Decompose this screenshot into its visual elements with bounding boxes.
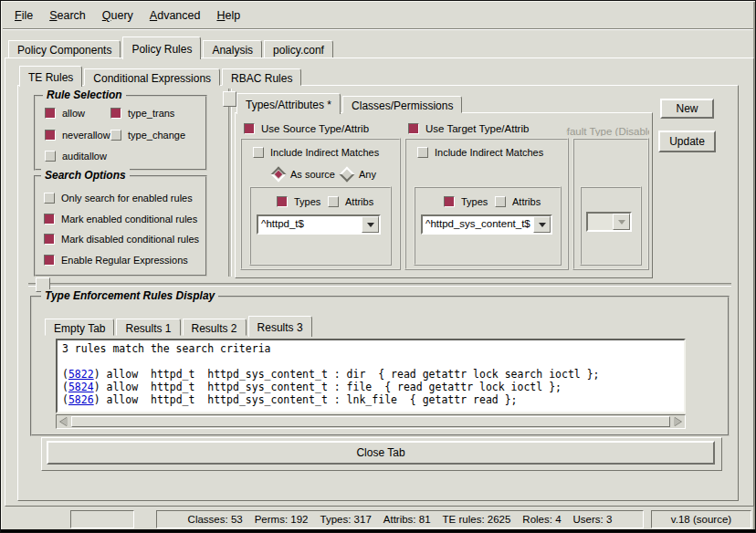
target-attribs-label: Attribs — [512, 196, 541, 207]
default-type-value — [588, 214, 613, 230]
target-indirect-label: Include Indirect Matches — [435, 147, 543, 158]
checkbox-source-types-indicator — [277, 196, 288, 207]
checkbox-target-indirect-indicator — [417, 147, 428, 158]
use-target-label: Use Target Type/Attrib — [425, 123, 529, 134]
target-type-combobox[interactable]: ^httpd_sys_content_t$ — [421, 214, 552, 235]
radio-as-source-indicator — [271, 167, 287, 183]
source-types-label: Types — [294, 196, 320, 207]
tab-results-1[interactable]: Results 1 — [116, 319, 180, 336]
checkbox-use-target[interactable]: Use Target Type/Attrib — [408, 123, 529, 134]
tab-results-2[interactable]: Results 2 — [183, 319, 247, 336]
source-type-value: ^httpd_t$ — [258, 216, 362, 233]
source-indirect-label: Include Indirect Matches — [270, 147, 379, 158]
source-type-dropdown-icon[interactable] — [362, 216, 379, 233]
tab-empty[interactable]: Empty Tab — [45, 319, 114, 336]
default-type-combobox — [586, 212, 632, 232]
types-attributes-content: Use Source Type/Attrib Include Indirect … — [1, 1, 756, 533]
radio-any-label: Any — [359, 169, 376, 180]
use-source-label: Use Source Type/Attrib — [261, 123, 369, 134]
default-type-label: Default Type (Disabled — [566, 126, 649, 136]
target-type-dropdown-icon[interactable] — [533, 216, 551, 233]
radio-as-source-label: As source — [290, 169, 335, 180]
tab-results-3[interactable]: Results 3 — [248, 316, 312, 337]
default-type-dropdown-icon — [613, 214, 630, 230]
tab-policy-rules[interactable]: Policy Rules — [122, 37, 201, 59]
checkbox-source-indirect[interactable]: Include Indirect Matches — [253, 147, 379, 158]
te-rules-content: Rule Selection allow type_trans neverall… — [1, 1, 756, 533]
new-button[interactable]: New — [660, 99, 714, 119]
radio-as-source[interactable]: As source — [273, 169, 335, 180]
checkbox-use-source[interactable]: Use Source Type/Attrib — [244, 123, 369, 134]
source-type-combobox[interactable]: ^httpd_t$ — [257, 214, 381, 235]
checkbox-source-types[interactable]: Types — [277, 196, 320, 207]
checkbox-source-attribs-indicator — [328, 196, 339, 207]
checkbox-source-indirect-indicator — [253, 147, 264, 158]
update-button[interactable]: Update — [658, 131, 716, 152]
checkbox-target-types-indicator — [444, 196, 455, 207]
source-attribs-label: Attribs — [345, 196, 373, 207]
checkbox-target-attribs-indicator — [495, 196, 506, 207]
checkbox-target-attribs[interactable]: Attribs — [495, 196, 541, 207]
default-type-label-clip: Default Type (Disabled — [566, 122, 649, 136]
apol-window: File Search Query Advanced Help Policy C… — [0, 0, 756, 533]
target-types-label: Types — [461, 196, 488, 207]
checkbox-target-types[interactable]: Types — [444, 196, 488, 207]
results-tab-bar: Empty Tab Results 1 Results 2 Results 3 — [45, 313, 314, 336]
checkbox-target-indirect[interactable]: Include Indirect Matches — [417, 147, 543, 158]
checkbox-use-target-indicator — [408, 123, 419, 134]
checkbox-source-attribs[interactable]: Attribs — [328, 196, 373, 207]
radio-any[interactable]: Any — [341, 169, 376, 180]
radio-any-indicator — [340, 167, 355, 183]
target-type-value: ^httpd_sys_content_t$ — [423, 216, 533, 233]
checkbox-use-source-indicator — [244, 123, 255, 134]
